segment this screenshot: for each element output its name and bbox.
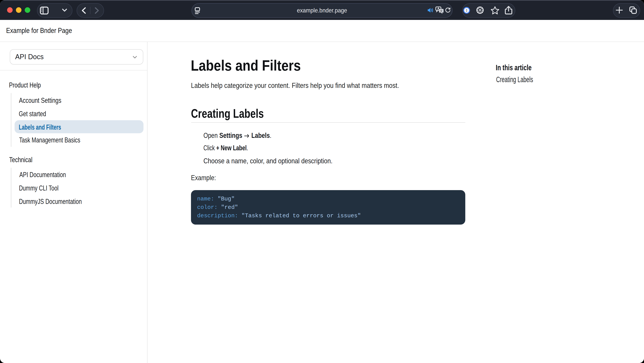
svg-text:文: 文: [440, 9, 443, 12]
